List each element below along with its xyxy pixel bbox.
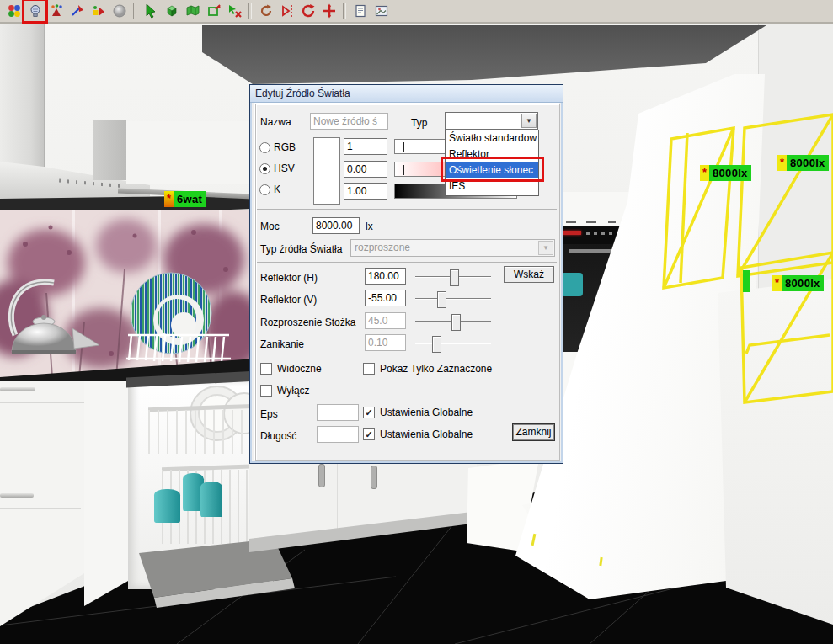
mirror-object-button[interactable] [276, 1, 297, 21]
annotation-box-dropdown [441, 157, 544, 182]
power-label: Moc [260, 221, 280, 232]
type-combobox[interactable]: ▼ [445, 112, 538, 130]
eps-global-checkbox[interactable]: ✓ [363, 407, 375, 418]
type-label: Typ [411, 117, 427, 129]
hood-light-label[interactable]: * 6wat [164, 191, 206, 207]
source-type-combobox[interactable]: rozproszone ▼ [350, 239, 555, 257]
sun-light-label[interactable]: * 8000lx [772, 275, 824, 291]
falloff-input[interactable]: 0.10 [365, 334, 406, 351]
falloff-label: Zanikanie [260, 338, 304, 350]
reflector-h-input[interactable]: 180.00 [365, 268, 406, 285]
length-input[interactable] [317, 426, 359, 443]
line-light-icon [70, 3, 85, 19]
cone-spread-label: Rozproszenie Stożka [260, 317, 355, 328]
unfold-map-icon [185, 3, 200, 19]
power-unit: lx [366, 221, 373, 232]
select-cursor-icon [143, 3, 158, 19]
eps-global-label: Ustawienia Globalne [380, 407, 473, 418]
sphere-icon [112, 3, 127, 19]
rgb-radio-label: RGB [274, 141, 296, 153]
length-global-label: Ustawienia Globalne [380, 428, 473, 440]
value-input[interactable]: 1.00 [344, 183, 387, 200]
reflector-h-thumb[interactable] [450, 269, 459, 286]
rotate-object-icon [259, 3, 274, 19]
sun-light-label[interactable]: * 8000lx [700, 165, 751, 181]
hsv-radio[interactable] [259, 163, 270, 174]
cone-spread-thumb[interactable] [451, 314, 461, 331]
light-marker-asterisk: * [777, 155, 787, 171]
application-window: * 6wat * 8000lx * 8000lx * 8000lx Edytuj… [0, 0, 833, 644]
reflector-v-track[interactable] [415, 298, 491, 300]
light-bulb-icon [28, 3, 43, 19]
eps-input[interactable] [317, 404, 359, 421]
delete-object-button[interactable] [224, 1, 245, 21]
source-type-value: rozproszone [355, 242, 410, 253]
line-light-button[interactable] [67, 1, 88, 21]
light-marker-asterisk: * [772, 275, 782, 291]
off-label: Wyłącz [277, 385, 310, 397]
reflector-v-label: Reflektor (V) [260, 294, 317, 306]
dialog-title[interactable]: Edytuj Źródło Światła [250, 85, 563, 103]
snapshot-image-button[interactable] [371, 1, 392, 21]
mirror-object-icon [280, 3, 295, 19]
separator [257, 262, 557, 263]
main-toolbar [0, 0, 833, 22]
show-selected-label: Pokaż Tylko Zaznaczone [380, 363, 492, 375]
light-power-label: 8000lx [709, 165, 751, 181]
power-input[interactable]: 8000.00 [312, 217, 360, 234]
notes-document-button[interactable] [350, 1, 371, 21]
off-checkbox[interactable] [260, 385, 272, 397]
close-button[interactable]: Zamknij [512, 423, 555, 441]
toolbar-separator [133, 3, 136, 19]
point-button[interactable]: Wskaż [504, 266, 554, 283]
reflector-v-thumb[interactable] [437, 291, 446, 308]
visible-checkbox[interactable] [260, 363, 272, 375]
halogen-light-icon [91, 3, 106, 19]
color-palette-icon [7, 3, 22, 19]
window-edge [0, 22, 833, 24]
length-global-checkbox[interactable]: ✓ [363, 428, 375, 440]
object-3d-button[interactable] [161, 1, 182, 21]
color-swatch [313, 137, 340, 205]
move-object-button[interactable] [318, 1, 339, 21]
refresh-button[interactable] [297, 1, 318, 21]
edit-area-button[interactable] [203, 1, 224, 21]
name-label: Nazwa [260, 116, 291, 128]
hsv-radio-label: HSV [274, 162, 295, 174]
falloff-thumb[interactable] [432, 336, 441, 353]
point-light-icon [49, 3, 64, 19]
object-3d-icon [164, 3, 179, 19]
refresh-icon [301, 3, 316, 19]
dropdown-item-standard[interactable]: Światło standardow [446, 130, 538, 146]
light-bulb-button[interactable] [24, 1, 45, 21]
rgb-radio[interactable] [259, 142, 270, 153]
unfold-map-button[interactable] [182, 1, 203, 21]
rotate-object-button[interactable] [255, 1, 276, 21]
light-power-label: 8000lx [787, 155, 829, 171]
chevron-down-icon[interactable]: ▼ [521, 114, 537, 128]
k-radio-label: K [274, 184, 280, 195]
delete-object-icon [227, 3, 243, 19]
point-light-button[interactable] [45, 1, 67, 21]
sphere-button[interactable] [109, 1, 130, 21]
move-object-icon [322, 3, 337, 19]
show-selected-checkbox[interactable] [363, 363, 375, 375]
toolbar-separator [343, 3, 346, 19]
light-marker-asterisk: * [164, 191, 174, 207]
color-palette-button[interactable] [3, 1, 24, 21]
select-cursor-button[interactable] [140, 1, 161, 21]
hue-input[interactable]: 1 [344, 138, 387, 155]
name-input[interactable]: Nowe źródło ś [310, 113, 388, 130]
cone-spread-input[interactable]: 45.0 [365, 312, 406, 329]
falloff-track[interactable] [415, 343, 491, 344]
reflector-v-input[interactable]: -55.00 [365, 290, 406, 306]
notes-document-icon [353, 3, 368, 19]
halogen-light-button[interactable] [88, 1, 109, 21]
reflector-h-label: Reflektor (H) [260, 272, 318, 284]
eps-label: Eps [260, 408, 278, 420]
saturation-input[interactable]: 0.00 [344, 161, 387, 178]
k-radio[interactable] [259, 184, 270, 195]
light-marker-asterisk: * [700, 165, 709, 181]
light-power-label: 6wat [174, 191, 206, 207]
sun-light-label[interactable]: * 8000lx [777, 155, 829, 171]
